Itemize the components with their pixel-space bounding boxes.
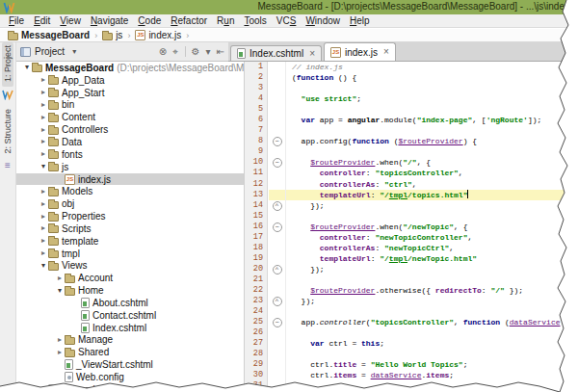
code-line-6[interactable]: var app = angular.module("index-page", [… <box>269 115 578 125</box>
fold-open-icon[interactable]: − <box>269 136 286 146</box>
settings-gear-icon[interactable]: ⚙ <box>190 46 201 58</box>
code-line-10[interactable]: − $routeProvider.when("/", { <box>269 157 578 168</box>
menu-refactor[interactable]: Refactor <box>166 15 212 26</box>
menu-file[interactable]: File <box>4 15 29 26</box>
menu-view[interactable]: View <box>55 15 86 26</box>
code-line-19[interactable]: templateUrl: "/tmpl/newTopic.html" <box>269 253 578 264</box>
code-line-13[interactable]: templateUrl: "/tmpl/topics.html" <box>269 190 578 200</box>
close-circle-icon[interactable]: ⊗ <box>157 46 169 58</box>
code-line-31[interactable] <box>269 380 578 391</box>
tree-row-bin[interactable]: ▸bin <box>16 99 244 112</box>
hide-panel-icon[interactable]: ⇤ <box>215 46 226 58</box>
code-line-21[interactable] <box>269 274 578 285</box>
tree-row-app_start[interactable]: ▸App_Start <box>16 87 244 99</box>
fold-close-icon[interactable]: ^ <box>269 296 286 306</box>
code-line-30[interactable]: ctrl.items = dataService.items; <box>269 370 578 380</box>
chevron-down-icon[interactable]: ▾ <box>72 47 76 56</box>
chevron-collapsed-icon[interactable]: ▸ <box>39 75 48 85</box>
chevron-collapsed-icon[interactable]: ▸ <box>39 113 48 122</box>
tree-row-content[interactable]: ▸Content <box>16 111 244 123</box>
code-line-12[interactable]: controllerAs: "ctrl", <box>269 179 578 190</box>
tree-row-data[interactable]: ▸Data <box>16 136 244 148</box>
code-line-28[interactable] <box>269 349 578 359</box>
tree-row-views[interactable]: ▾Views <box>16 260 244 273</box>
code-line-2[interactable]: (function () { <box>269 72 578 83</box>
menu-navigate[interactable]: Navigate <box>86 15 133 26</box>
chevron-expanded-icon[interactable]: ▾ <box>22 63 32 72</box>
locate-icon[interactable]: ⌖ <box>170 46 181 58</box>
breadcrumb-item-js[interactable]: js <box>100 30 124 40</box>
tree-row-shared[interactable]: ▸Shared <box>16 346 244 358</box>
code-line-25[interactable]: − app.controller("topicsController", fun… <box>269 317 578 327</box>
code-line-1[interactable]: // index.js <box>269 62 578 72</box>
tab-index.cshtml[interactable]: Index.cshtml× <box>230 45 322 61</box>
code-line-22[interactable]: $routeProvider.otherwise({ redirectTo: "… <box>269 285 578 296</box>
tree-row-account[interactable]: ▸Account <box>16 272 244 284</box>
breadcrumb-item-messageboard[interactable]: MessageBoard <box>6 30 92 40</box>
tool-window-button-structure[interactable]: 2: Structure <box>2 106 13 159</box>
fold-open-icon[interactable]: − <box>269 317 286 327</box>
code-line-18[interactable]: controllerAs: "newTopicCtrl", <box>269 243 578 253</box>
chevron-expanded-icon[interactable]: ▾ <box>39 261 48 271</box>
code-line-11[interactable]: controller: "topicsController", <box>269 168 578 178</box>
code-line-8[interactable]: − app.config(function ($routeProvider) { <box>269 136 578 146</box>
menu-code[interactable]: Code <box>133 15 166 26</box>
code-line-7[interactable] <box>269 125 578 136</box>
code-line-16[interactable]: − $routeProvider.when("/newTopic", { <box>269 222 578 232</box>
code-area[interactable]: // index.js(function () { "use strict"; … <box>269 62 578 392</box>
chevron-collapsed-icon[interactable]: ▸ <box>39 125 48 135</box>
tree-row-js[interactable]: ▾js <box>16 161 244 173</box>
title-bar[interactable]: MessageBoard - [D:\projects\MessageBoard… <box>0 0 578 15</box>
chevron-collapsed-icon[interactable]: ▸ <box>39 88 48 97</box>
close-tab-icon[interactable]: × <box>309 49 315 59</box>
menu-run[interactable]: Run <box>212 15 239 26</box>
tree-row-about.cshtml[interactable]: About.cshtml <box>16 297 244 309</box>
gear-caret-icon[interactable]: ▾ <box>202 46 214 58</box>
menu-help[interactable]: Help <box>345 15 375 26</box>
menu-tools[interactable]: Tools <box>239 15 271 26</box>
code-line-26[interactable] <box>269 327 578 338</box>
tool-window-button-project[interactable]: 1: Project <box>2 42 13 87</box>
menu-vcs[interactable]: VCS <box>272 15 302 26</box>
tree-row-controllers[interactable]: ▸Controllers <box>16 123 244 136</box>
chevron-collapsed-icon[interactable]: ▸ <box>55 348 65 357</box>
code-line-5[interactable] <box>269 104 578 115</box>
close-tab-icon[interactable]: × <box>383 47 389 57</box>
chevron-collapsed-icon[interactable]: ▸ <box>39 223 48 233</box>
code-line-17[interactable]: controller: "newTopicController", <box>269 232 578 243</box>
tree-row-fonts[interactable]: ▸fonts <box>16 148 244 161</box>
code-line-23[interactable]: ^ }); <box>269 296 578 306</box>
tree-row-contact.cshtml[interactable]: Contact.cshtml <box>16 309 244 322</box>
code-line-29[interactable]: ctrl.title = "Hello World Topics"; <box>269 359 578 370</box>
code-line-15[interactable] <box>269 211 578 222</box>
tree-row-tmpl[interactable]: ▸tmpl <box>16 248 244 260</box>
code-line-9[interactable] <box>269 146 578 157</box>
tree-row-manage[interactable]: ▸Manage <box>16 334 244 347</box>
tree-row-index.js[interactable]: JSindex.js <box>16 173 244 186</box>
chevron-collapsed-icon[interactable]: ▸ <box>39 248 48 258</box>
tree-row-index.cshtml[interactable]: Index.cshtml <box>16 322 244 334</box>
chevron-collapsed-icon[interactable]: ▸ <box>39 212 48 222</box>
chevron-collapsed-icon[interactable]: ▸ <box>39 236 48 246</box>
fold-close-icon[interactable]: ^ <box>269 200 286 211</box>
tree-row-_viewstart.cshtml[interactable]: _ViewStart.cshtml <box>16 358 244 371</box>
menu-edit[interactable]: Edit <box>29 15 55 26</box>
tree-row-app_data[interactable]: ▸App_Data <box>16 74 244 87</box>
chevron-collapsed-icon[interactable]: ▸ <box>39 137 48 146</box>
code-editor[interactable]: 1234567891011121314151617181920212223242… <box>245 62 578 392</box>
fold-open-icon[interactable]: − <box>269 157 286 168</box>
chevron-collapsed-icon[interactable]: ▸ <box>39 199 48 209</box>
code-line-14[interactable]: ^ }); <box>269 200 578 211</box>
breadcrumb-item-index.js[interactable]: JSindex.js <box>133 30 183 40</box>
chevron-collapsed-icon[interactable]: ▸ <box>55 274 65 283</box>
tree-row-home[interactable]: ▾Home <box>16 284 244 297</box>
chevron-expanded-icon[interactable]: ▾ <box>55 286 65 296</box>
code-line-27[interactable]: var ctrl = this; <box>269 338 578 349</box>
chevron-collapsed-icon[interactable]: ▸ <box>39 187 48 196</box>
chevron-collapsed-icon[interactable]: ▸ <box>39 100 48 110</box>
chevron-collapsed-icon[interactable]: ▸ <box>39 149 48 159</box>
chevron-collapsed-icon[interactable]: ▸ <box>55 335 65 345</box>
tree-row-favicon.ico[interactable]: favicon.ico <box>16 383 244 392</box>
code-line-3[interactable] <box>269 83 578 93</box>
code-line-4[interactable]: "use strict"; <box>269 93 578 104</box>
